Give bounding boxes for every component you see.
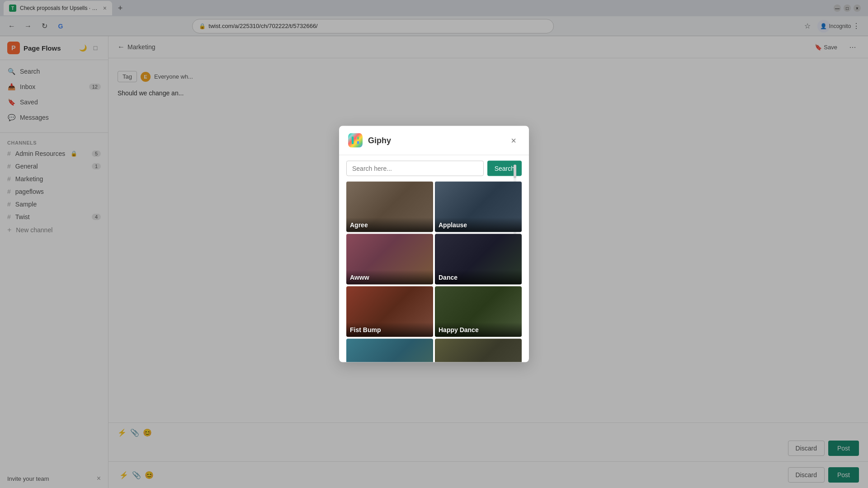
dialog-search: Search [339, 155, 529, 182]
dialog-title: Giphy [368, 136, 507, 145]
gif-item-high-five[interactable]: High Five [346, 339, 433, 362]
giphy-dialog: Giphy × Search AgreeApplauseAwwwDanceFis… [339, 126, 529, 362]
svg-rect-4 [357, 141, 359, 144]
giphy-logo-svg [351, 136, 360, 145]
gif-item-fist-bump[interactable]: Fist Bump [346, 286, 433, 337]
dialog-header: Giphy × [339, 126, 529, 155]
gif-label-awww: Awww [346, 270, 433, 285]
gif-item-applause[interactable]: Applause [435, 182, 522, 232]
svg-rect-2 [354, 141, 356, 144]
gif-item-agree[interactable]: Agree [346, 182, 433, 232]
gif-label-fist-bump: Fist Bump [346, 323, 433, 337]
gif-item-happy-dance[interactable]: Happy Dance [435, 286, 522, 337]
svg-rect-3 [357, 137, 359, 140]
giphy-search-input[interactable] [346, 161, 484, 176]
svg-rect-1 [354, 137, 356, 140]
gif-label-applause: Applause [435, 218, 522, 232]
gif-label-dance: Dance [435, 270, 522, 285]
giphy-logo-icon [348, 133, 363, 148]
gif-grid: AgreeApplauseAwwwDanceFist BumpHappy Dan… [339, 182, 529, 362]
gif-label-agree: Agree [346, 218, 433, 232]
scrollbar-thumb[interactable] [514, 165, 516, 178]
svg-rect-0 [352, 137, 354, 144]
gif-item-mic-drop[interactable]: Mic Drop [435, 339, 522, 362]
gif-item-awww[interactable]: Awww [346, 234, 433, 285]
giphy-logo [348, 133, 363, 148]
gif-item-dance[interactable]: Dance [435, 234, 522, 285]
gif-label-happy-dance: Happy Dance [435, 323, 522, 337]
giphy-search-button[interactable]: Search [487, 161, 522, 176]
dialog-close-button[interactable]: × [507, 134, 520, 147]
